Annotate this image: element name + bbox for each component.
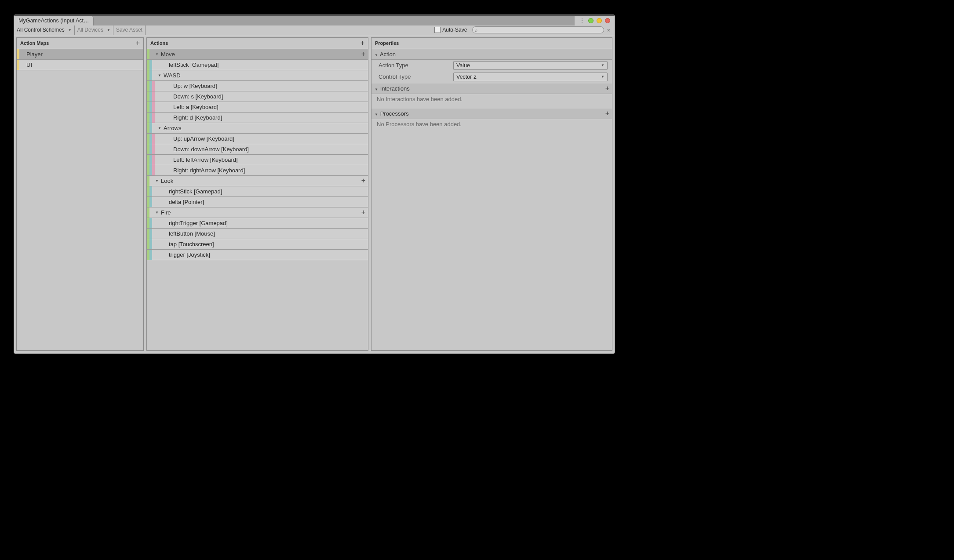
action-section-header[interactable]: ▼ Action xyxy=(371,49,612,60)
interactions-empty-text: No Interactions have been added. xyxy=(371,94,612,102)
devices-dropdown[interactable]: All Devices xyxy=(75,25,113,35)
row-label: leftButton [Mouse] xyxy=(167,230,215,237)
add-action-button[interactable]: + xyxy=(360,39,364,47)
toolbar: All Control Schemes All Devices Save Ass… xyxy=(14,25,615,35)
action-type-label: Action Type xyxy=(379,62,453,69)
part-color-stripe xyxy=(152,113,155,123)
window-tab[interactable]: MyGameActions (Input Act… xyxy=(14,16,94,25)
processors-title: Processors xyxy=(380,110,409,117)
composite-part-item[interactable]: Down: downArrow [Keyboard] xyxy=(147,144,368,155)
action-color-stripe xyxy=(147,49,149,59)
kebab-menu-icon[interactable]: ⋮ xyxy=(579,18,585,24)
action-item[interactable]: ▼Fire+ xyxy=(147,207,368,218)
part-color-stripe xyxy=(152,81,155,91)
action-item[interactable]: ▼Move+ xyxy=(147,49,368,60)
binding-color-stripe xyxy=(149,70,152,80)
composite-part-item[interactable]: Up: w [Keyboard] xyxy=(147,81,368,91)
add-interaction-button[interactable]: + xyxy=(605,84,609,92)
control-type-dropdown[interactable]: Vector 2 ▼ xyxy=(453,73,608,81)
chevron-down-icon: ▼ xyxy=(601,63,604,67)
row-label: rightTrigger [Gamepad] xyxy=(167,220,228,226)
foldout-icon[interactable]: ▼ xyxy=(155,52,159,56)
composite-item[interactable]: ▼WASD xyxy=(147,70,368,81)
search-icon: ⌕ xyxy=(475,28,477,33)
row-label: Arrows xyxy=(162,125,181,131)
add-binding-button[interactable]: + xyxy=(361,177,368,185)
action-map-item[interactable]: Player xyxy=(17,49,143,60)
row-label: tap [Touchscreen] xyxy=(167,241,214,247)
traffic-light-red[interactable] xyxy=(605,18,610,23)
binding-item[interactable]: leftStick [Gamepad] xyxy=(147,60,368,70)
foldout-icon[interactable]: ▼ xyxy=(157,73,162,77)
actions-title: Actions xyxy=(150,40,168,46)
row-label: Look xyxy=(159,178,173,184)
row-label: Down: s [Keyboard] xyxy=(171,93,223,100)
binding-item[interactable]: trigger [Joystick] xyxy=(147,250,368,260)
action-color-stripe xyxy=(147,176,149,186)
part-color-stripe xyxy=(152,91,155,102)
part-color-stripe xyxy=(152,134,155,144)
add-processor-button[interactable]: + xyxy=(605,109,609,117)
composite-part-item[interactable]: Left: a [Keyboard] xyxy=(147,102,368,113)
properties-panel: Properties ▼ Action Action Type Value ▼ … xyxy=(371,37,612,351)
composite-item[interactable]: ▼Arrows xyxy=(147,123,368,134)
composite-part-item[interactable]: Up: upArrow [Keyboard] xyxy=(147,134,368,144)
binding-item[interactable]: delta [Pointer] xyxy=(147,197,368,207)
row-label: trigger [Joystick] xyxy=(167,251,210,258)
save-asset-label: Save Asset xyxy=(116,27,142,33)
add-binding-button[interactable]: + xyxy=(361,50,368,58)
add-action-map-button[interactable]: + xyxy=(136,39,140,47)
binding-color-stripe xyxy=(149,123,152,133)
binding-item[interactable]: rightStick [Gamepad] xyxy=(147,186,368,197)
row-label: Right: rightArrow [Keyboard] xyxy=(171,167,245,174)
row-label: Up: upArrow [Keyboard] xyxy=(171,135,234,142)
foldout-icon[interactable]: ▼ xyxy=(155,211,159,215)
search-input[interactable] xyxy=(472,26,604,33)
control-type-label: Control Type xyxy=(379,73,453,80)
row-label: WASD xyxy=(162,72,181,79)
action-map-item[interactable]: UI xyxy=(17,60,143,70)
binding-item[interactable]: leftButton [Mouse] xyxy=(147,229,368,239)
part-color-stripe xyxy=(152,165,155,175)
row-label: Fire xyxy=(159,209,171,216)
binding-item[interactable]: rightTrigger [Gamepad] xyxy=(147,218,368,229)
traffic-light-yellow[interactable] xyxy=(597,18,602,23)
chevron-down-icon: ▼ xyxy=(601,75,604,79)
part-color-stripe xyxy=(152,102,155,112)
part-color-stripe xyxy=(152,144,155,154)
foldout-icon[interactable]: ▼ xyxy=(157,126,162,130)
save-asset-button[interactable]: Save Asset xyxy=(113,25,146,35)
action-item[interactable]: ▼Look+ xyxy=(147,176,368,186)
interactions-title: Interactions xyxy=(380,85,410,92)
control-schemes-label: All Control Schemes xyxy=(17,27,65,33)
action-type-value: Value xyxy=(456,62,470,69)
row-label: delta [Pointer] xyxy=(167,199,204,205)
composite-part-item[interactable]: Right: rightArrow [Keyboard] xyxy=(147,165,368,176)
binding-item[interactable]: tap [Touchscreen] xyxy=(147,239,368,250)
composite-part-item[interactable]: Right: d [Keyboard] xyxy=(147,113,368,123)
action-map-name: Player xyxy=(25,51,43,58)
binding-color-stripe xyxy=(149,186,152,196)
row-label: Right: d [Keyboard] xyxy=(171,114,222,121)
traffic-light-green[interactable] xyxy=(588,18,594,23)
action-map-name: UI xyxy=(25,62,32,68)
map-color-stripe xyxy=(17,49,19,59)
row-label: Move xyxy=(159,51,175,58)
binding-color-stripe xyxy=(149,197,152,207)
add-binding-button[interactable]: + xyxy=(361,208,368,216)
action-maps-panel: Action Maps + PlayerUI xyxy=(16,37,144,351)
action-type-dropdown[interactable]: Value ▼ xyxy=(453,61,608,70)
row-label: rightStick [Gamepad] xyxy=(167,188,222,195)
composite-part-item[interactable]: Down: s [Keyboard] xyxy=(147,91,368,102)
interactions-section-header[interactable]: ▼ Interactions + xyxy=(371,84,612,94)
composite-part-item[interactable]: Left: leftArrow [Keyboard] xyxy=(147,155,368,165)
search-clear-icon[interactable]: × xyxy=(604,27,613,33)
processors-section-header[interactable]: ▼ Processors + xyxy=(371,109,612,119)
binding-color-stripe xyxy=(149,218,152,228)
control-schemes-dropdown[interactable]: All Control Schemes xyxy=(14,25,75,35)
foldout-icon[interactable]: ▼ xyxy=(155,179,159,183)
binding-color-stripe xyxy=(149,60,152,70)
autosave-checkbox[interactable] xyxy=(434,27,441,33)
row-label: Down: downArrow [Keyboard] xyxy=(171,146,249,153)
properties-title: Properties xyxy=(375,40,399,46)
